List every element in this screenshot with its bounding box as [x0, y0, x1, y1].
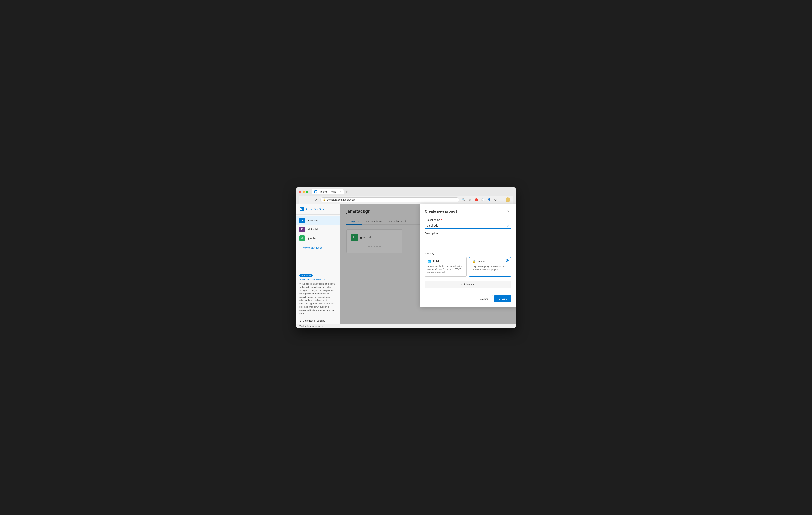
sidebar-footer: What's new Sprint 160 release notes We'v…	[296, 271, 340, 317]
private-option-desc: Only people you give access to will be a…	[472, 265, 508, 271]
app-content: Azure DevOps J jamstackgr D drinkpublic …	[296, 204, 516, 324]
tab-close-button[interactable]: ×	[340, 190, 341, 193]
more-icon[interactable]: ⋮	[499, 197, 504, 202]
extension-icon-1[interactable]: 🔴	[473, 197, 479, 202]
sidebar-header: Azure DevOps	[296, 204, 340, 215]
nav-buttons: ← → ✕	[302, 197, 319, 202]
azure-devops-brand: Azure DevOps	[306, 208, 324, 211]
visibility-private-option[interactable]: 🔒 Private Only people you give access to…	[469, 257, 511, 277]
sprint-notes-title[interactable]: Sprint 160 release notes	[299, 278, 337, 281]
public-option-desc: Anyone on the internet can view the proj…	[427, 265, 464, 274]
advanced-label: Advanced	[464, 283, 475, 286]
status-bar-text: Waiting for mem.gfx.ms...	[299, 325, 324, 327]
modal-close-button[interactable]: ×	[505, 209, 511, 214]
org-label-drinkpublic: drinkpublic	[307, 228, 319, 231]
org-avatar-drinkpublic: D	[299, 226, 305, 232]
description-label: Description	[425, 232, 511, 235]
bookmark-icon[interactable]: ☆	[467, 197, 472, 202]
new-organization-link[interactable]: New organization	[299, 244, 326, 251]
chevron-down-icon: ∨	[461, 283, 463, 286]
description-input[interactable]	[425, 236, 511, 248]
org-avatar-ajonpllc: A	[299, 235, 305, 241]
required-star: *	[441, 218, 442, 221]
main-area: jamstackgr Projects My work items My pul…	[340, 204, 516, 324]
sidebar-orgs: J jamstackgr D drinkpublic A ajonpllc	[296, 215, 340, 244]
reload-button[interactable]: ✕	[314, 197, 319, 202]
forward-button[interactable]: →	[308, 197, 313, 202]
svg-rect-0	[315, 191, 317, 192]
tab-bar: Projects - Home × +	[312, 189, 512, 194]
sidebar-item-jamstackgr[interactable]: J jamstackgr	[296, 216, 340, 225]
org-settings-link[interactable]: ⚙ Organization settings	[296, 317, 340, 324]
back-button[interactable]: ←	[302, 197, 307, 202]
advanced-toggle[interactable]: ∨ Advanced	[425, 281, 511, 288]
user-avatar-icon[interactable]: J	[505, 198, 510, 202]
project-name-label: Project name *	[425, 218, 511, 221]
status-bar: Waiting for mem.gfx.ms...	[296, 324, 516, 328]
sidebar-item-ajonpllc[interactable]: A ajonpllc	[296, 234, 340, 243]
project-name-display: git-ci-cd2	[425, 222, 511, 229]
visibility-public-option[interactable]: 🌐 Public Anyone on the internet can view…	[425, 257, 467, 277]
browser-toolbar-icons: 🔍 ☆ 🔴 📋 👤 ⚙ ⋮ J	[461, 197, 510, 202]
azure-devops-logo-icon	[299, 207, 304, 212]
cancel-button[interactable]: Cancel	[475, 295, 493, 302]
project-name-label-text: Project name	[425, 218, 440, 221]
tab-favicon	[315, 190, 317, 193]
sidebar-item-drinkpublic[interactable]: D drinkpublic	[296, 225, 340, 234]
org-label-jamstackgr: jamstackgr	[307, 219, 319, 222]
visibility-label: Visibility	[425, 252, 511, 255]
lock-icon: 🔒	[472, 260, 476, 264]
sprint-notes-body: We've added a new sprint burndown widget…	[299, 282, 337, 315]
address-bar[interactable]: 🔒 dev.azure.com/jamstackgr/	[320, 198, 459, 202]
private-option-header: 🔒 Private	[472, 260, 508, 264]
extension-icon-3[interactable]: 👤	[486, 197, 492, 202]
modal-footer: Cancel Create	[425, 293, 511, 302]
traffic-light-maximize[interactable]	[306, 190, 309, 193]
browser-addressbar: ← → ✕ 🔒 dev.azure.com/jamstackgr/ 🔍 ☆ 🔴 …	[299, 196, 513, 204]
search-icon[interactable]: 🔍	[461, 197, 466, 202]
traffic-light-close[interactable]	[299, 190, 301, 193]
sidebar: Azure DevOps J jamstackgr D drinkpublic …	[296, 204, 340, 324]
traffic-lights	[299, 190, 309, 193]
private-radio-dot	[506, 259, 509, 262]
whats-new-badge[interactable]: What's new	[299, 274, 313, 277]
extension-icon-2[interactable]: 📋	[480, 197, 485, 202]
description-field: Description	[425, 232, 511, 249]
visibility-options: 🌐 Public Anyone on the internet can view…	[425, 257, 511, 277]
modal-backdrop: Create new project × Project name * git-…	[340, 204, 516, 324]
browser-window: Projects - Home × + ← → ✕ 🔒 dev.azure.co…	[296, 187, 516, 328]
project-name-value: git-ci-cd2	[427, 224, 438, 227]
browser-titlebar: Projects - Home × + ← → ✕ 🔒 dev.azure.co…	[296, 187, 516, 204]
org-avatar-jamstackgr: J	[299, 218, 305, 223]
project-name-input-wrapper: git-ci-cd2 ✓	[425, 222, 511, 229]
modal-header: Create new project ×	[425, 209, 511, 214]
public-option-title: Public	[433, 260, 440, 263]
create-button[interactable]: Create	[494, 295, 511, 302]
globe-icon: 🌐	[427, 260, 431, 263]
traffic-light-minimize[interactable]	[302, 190, 305, 193]
modal-title: Create new project	[425, 209, 457, 214]
project-name-field: Project name * git-ci-cd2 ✓	[425, 218, 511, 229]
settings-icon[interactable]: ⚙	[493, 197, 498, 202]
tab-title: Projects - Home	[319, 190, 336, 193]
gear-icon: ⚙	[299, 320, 301, 322]
project-name-check-icon: ✓	[507, 223, 510, 228]
address-url: dev.azure.com/jamstackgr/	[327, 199, 356, 201]
org-settings-label: Organization settings	[303, 320, 325, 322]
visibility-section: Visibility 🌐 Public Anyone on the intern…	[425, 252, 511, 277]
create-new-project-modal: Create new project × Project name * git-…	[420, 204, 516, 307]
active-tab[interactable]: Projects - Home ×	[312, 189, 344, 194]
new-tab-button[interactable]: +	[344, 189, 349, 194]
browser-tabs-row: Projects - Home × +	[299, 189, 513, 194]
org-label-ajonpllc: ajonpllc	[307, 237, 316, 240]
private-option-title: Private	[477, 260, 485, 263]
public-option-header: 🌐 Public	[427, 260, 464, 263]
address-lock-icon: 🔒	[323, 199, 326, 201]
